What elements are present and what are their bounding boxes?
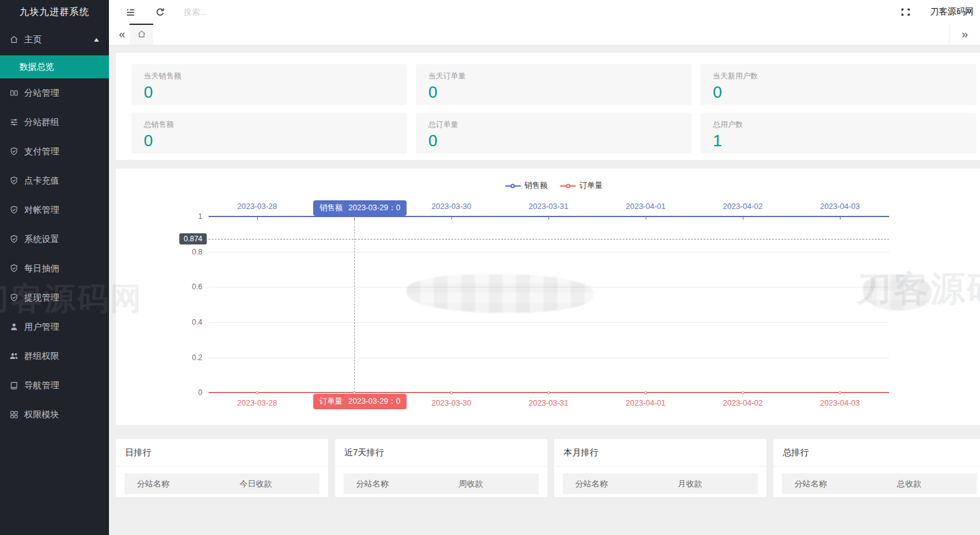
axis-pointer-y-label: 0.874 <box>179 233 207 244</box>
axis-pointer-vline <box>354 216 355 393</box>
home-icon <box>9 35 19 44</box>
legend-label: 订单量 <box>580 180 603 191</box>
stat-value: 1 <box>713 132 964 150</box>
y-tick: 1 <box>177 212 202 221</box>
column-header-amount: 总收款 <box>880 478 978 490</box>
chart-plot-area[interactable]: 1 0.8 0.6 0.4 0.2 0 2023-03-28 2023-03-2… <box>209 216 889 393</box>
sidebar-item-label: 对帐管理 <box>24 205 59 216</box>
column-header-site-name: 分站名称 <box>563 478 661 490</box>
sidebar-item-reconciliation[interactable]: 对帐管理 <box>0 195 109 225</box>
rank-card-title: 近7天排行 <box>335 439 547 467</box>
blurred-watermark <box>863 274 931 310</box>
rank-card-week: 近7天排行 分站名称 周收款 <box>335 439 547 497</box>
stats-panel: 当天销售额 0 当天订单量 0 当天新用户数 0 总销售额 0 总订单量 0 总… <box>116 53 980 160</box>
stat-value: 0 <box>428 83 679 101</box>
stat-card-today-orders: 当天订单量 0 <box>416 64 692 105</box>
sidebar-item-daily-commission[interactable]: 每日抽佣 <box>0 254 109 283</box>
stat-card-today-sales: 当天销售额 0 <box>131 64 407 105</box>
fullscreen-icon[interactable] <box>899 6 912 18</box>
stat-card-today-new-users: 当天新用户数 0 <box>700 64 976 105</box>
stat-label: 总订单量 <box>428 119 679 130</box>
rank-table-header: 分站名称 总收款 <box>782 473 977 494</box>
data-point <box>742 391 745 394</box>
stat-value: 0 <box>713 83 964 101</box>
y-tick: 0.8 <box>177 248 202 256</box>
collapse-menu-icon[interactable] <box>124 6 136 18</box>
nav-icon <box>9 381 19 390</box>
axis-tick <box>451 217 452 220</box>
x-label-top: 2023-03-28 <box>237 202 277 211</box>
sidebar-item-card-recharge[interactable]: 点卡充值 <box>0 166 109 195</box>
shield-check-icon <box>9 235 19 244</box>
rank-card-title: 本月排行 <box>554 439 766 467</box>
sidebar-item-permission-module[interactable]: 权限模块 <box>0 400 109 429</box>
data-point <box>256 391 259 394</box>
x-label-bottom: 2023-04-01 <box>626 399 666 407</box>
chart-legend: 销售额 订单量 <box>505 180 603 191</box>
search-area <box>184 7 899 17</box>
main-content: 当天销售额 0 当天订单量 0 当天新用户数 0 总销售额 0 总订单量 0 总… <box>109 46 980 535</box>
sidebar-item-user-manage[interactable]: 用户管理 <box>0 312 109 342</box>
refresh-icon[interactable] <box>154 6 166 18</box>
sidebar-item-withdraw-manage[interactable]: 提现管理 <box>0 283 109 312</box>
rank-card-month: 本月排行 分站名称 月收款 <box>554 439 766 497</box>
sidebar-item-substation-manage[interactable]: 分站管理 <box>0 78 109 108</box>
app-window: 九块九进群系统 主页 数据总览 分站管理 分站群组 <box>0 0 980 535</box>
rank-card-title: 日排行 <box>116 439 328 467</box>
tooltip-sales: 销售额 2023-03-29：0 <box>313 200 407 216</box>
tabs-scroll-left-icon[interactable]: « <box>114 24 130 45</box>
sidebar-item-group-permission[interactable]: 群组权限 <box>0 342 109 371</box>
column-header-site-name: 分站名称 <box>125 478 222 490</box>
stat-label: 总销售额 <box>144 119 395 130</box>
y-tick: 0.4 <box>177 318 202 327</box>
tabs-scroll-right-icon[interactable]: » <box>949 24 980 45</box>
tab-home[interactable] <box>130 24 153 45</box>
stat-label: 当天新用户数 <box>713 71 964 81</box>
tooltip-orders: 订单量 2023-03-29：0 <box>313 394 407 409</box>
axis-tick <box>646 217 646 220</box>
column-header-amount: 周收款 <box>441 478 539 490</box>
data-point <box>644 391 648 394</box>
search-input[interactable] <box>184 7 370 17</box>
sliders-icon <box>9 118 19 127</box>
sidebar-item-home[interactable]: 主页 <box>0 24 109 55</box>
sidebar-item-label: 支付管理 <box>24 146 59 157</box>
tooltip-series-name: 订单量 <box>319 396 343 407</box>
line-series-icon <box>505 183 521 189</box>
stat-card-total-orders: 总订单量 0 <box>416 113 692 154</box>
x-label-top: 2023-04-03 <box>820 202 860 211</box>
rank-table-header: 分站名称 周收款 <box>344 473 539 494</box>
home-tab-icon <box>137 29 146 40</box>
axis-pointer-hline <box>209 239 889 240</box>
x-label-bottom: 2023-03-30 <box>431 399 471 407</box>
sidebar-item-label: 提现管理 <box>24 292 59 304</box>
gridline <box>209 252 889 253</box>
sidebar-item-data-overview[interactable]: 数据总览 <box>0 55 109 78</box>
brand-link[interactable]: 刀客源码网 <box>930 6 980 17</box>
x-label-top: 2023-04-02 <box>723 202 763 211</box>
top-header: 刀客源码网 <box>109 0 980 24</box>
sidebar-item-label: 主页 <box>24 34 42 45</box>
x-label-top: 2023-04-01 <box>626 202 666 211</box>
rank-card-title: 总排行 <box>773 439 980 467</box>
sidebar-item-system-settings[interactable]: 系统设置 <box>0 225 109 254</box>
x-label-bottom: 2023-04-02 <box>723 399 763 407</box>
sidebar-item-label: 点卡充值 <box>24 175 59 187</box>
sidebar-item-nav-manage[interactable]: 导航管理 <box>0 371 109 400</box>
column-header-site-name: 分站名称 <box>782 478 880 490</box>
shield-check-icon <box>9 264 19 273</box>
x-label-top: 2023-03-31 <box>529 202 568 211</box>
x-label-bottom: 2023-03-31 <box>529 399 568 407</box>
stat-label: 总用户数 <box>713 119 964 130</box>
sidebar-item-label: 群组权限 <box>24 351 59 362</box>
blurred-watermark <box>407 274 593 313</box>
legend-item-orders[interactable]: 订单量 <box>560 180 603 191</box>
x-label-bottom: 2023-03-28 <box>237 399 277 407</box>
legend-item-sales[interactable]: 销售额 <box>505 180 548 191</box>
sidebar-item-label: 分站群组 <box>24 117 59 128</box>
sidebar-item-substation-group[interactable]: 分站群组 <box>0 108 109 137</box>
tooltip-value-text: 2023-03-29：0 <box>349 396 400 407</box>
x-label-bottom: 2023-04-03 <box>820 399 860 407</box>
sidebar-item-payment-manage[interactable]: 支付管理 <box>0 137 109 166</box>
axis-tick <box>257 217 258 220</box>
